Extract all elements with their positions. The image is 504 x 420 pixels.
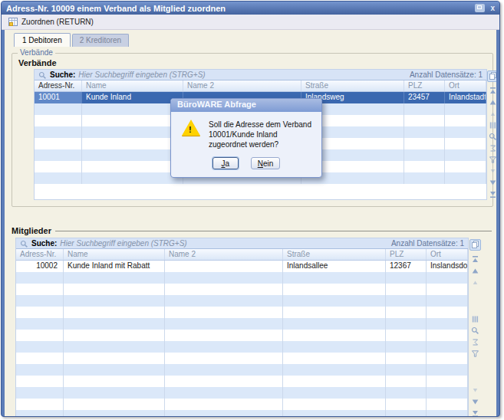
table-cell[interactable] — [404, 126, 445, 138]
table-row[interactable] — [16, 284, 468, 295]
table-cell[interactable] — [165, 307, 283, 318]
search-bar[interactable]: Suche:Hier Suchbegriff eingeben (STRG+S)… — [35, 70, 486, 80]
table-cell[interactable] — [445, 115, 486, 126]
arrow-up-small-icon[interactable] — [471, 278, 479, 287]
arrow-down-icon[interactable] — [489, 179, 496, 187]
table-cell[interactable] — [165, 261, 283, 272]
table-cell[interactable] — [165, 330, 283, 341]
arrow-down-small-icon[interactable] — [471, 386, 479, 395]
table-cell[interactable] — [35, 138, 82, 149]
table-cell[interactable] — [283, 387, 386, 399]
table-cell[interactable] — [16, 341, 64, 353]
table-row[interactable] — [16, 330, 468, 341]
table-cell[interactable] — [165, 376, 283, 387]
table-cell[interactable] — [82, 172, 183, 184]
table-cell[interactable] — [427, 399, 468, 410]
table-cell[interactable] — [427, 295, 468, 307]
table-cell[interactable] — [35, 115, 82, 126]
table-cell[interactable] — [283, 295, 386, 307]
scroll-bottom-icon[interactable] — [489, 190, 496, 199]
table-cell[interactable] — [165, 353, 283, 364]
table-cell[interactable] — [16, 353, 64, 364]
table-cell[interactable] — [427, 387, 468, 399]
table-cell[interactable] — [82, 161, 183, 172]
table-cell[interactable] — [445, 172, 486, 184]
table-row[interactable] — [16, 387, 468, 399]
column-header[interactable]: Name 2 — [165, 249, 283, 260]
sum-icon[interactable] — [471, 338, 479, 346]
table-cell[interactable] — [16, 295, 64, 307]
table-cell[interactable] — [427, 284, 468, 295]
restore-icon[interactable] — [475, 4, 485, 12]
table-cell[interactable]: Kunde Inland — [82, 92, 183, 103]
column-header[interactable]: Name — [82, 80, 183, 91]
table-cell[interactable] — [165, 341, 283, 353]
table-cell[interactable] — [386, 330, 427, 341]
table-cell[interactable] — [16, 364, 64, 376]
table-cell[interactable] — [404, 138, 445, 149]
arrow-down-small-icon[interactable] — [489, 167, 496, 176]
arrow-up-small-icon[interactable] — [489, 110, 496, 118]
table-cell[interactable] — [427, 353, 468, 364]
table-cell[interactable] — [386, 307, 427, 318]
arrow-up-icon[interactable] — [471, 267, 479, 275]
table-cell[interactable] — [35, 149, 82, 161]
table-cell[interactable] — [283, 399, 386, 410]
table-cell[interactable] — [64, 364, 165, 376]
table-cell[interactable]: 10002 — [16, 261, 64, 272]
table-cell[interactable] — [445, 161, 486, 172]
table-cell[interactable] — [16, 410, 64, 416]
table-cell[interactable] — [64, 410, 165, 416]
table-cell[interactable] — [165, 272, 283, 284]
tab-debitoren[interactable]: 1 Debitoren — [14, 33, 71, 47]
column-header[interactable]: Name — [64, 249, 165, 260]
table-cell[interactable] — [386, 387, 427, 399]
search-icon[interactable] — [471, 326, 479, 335]
table-cell[interactable] — [445, 126, 486, 138]
column-header[interactable]: Name 2 — [183, 80, 301, 91]
table-cell[interactable] — [283, 376, 386, 387]
table-cell[interactable] — [404, 161, 445, 172]
column-header[interactable]: Ort — [445, 80, 486, 91]
arrow-down-icon[interactable] — [471, 398, 479, 406]
table-cell[interactable] — [283, 364, 386, 376]
table-cell[interactable] — [35, 103, 82, 115]
table-cell[interactable] — [386, 376, 427, 387]
table-cell[interactable] — [16, 307, 64, 318]
table-cell[interactable]: 12367 — [386, 261, 427, 272]
table-cell[interactable] — [386, 295, 427, 307]
table-cell[interactable] — [283, 272, 386, 284]
table-row[interactable] — [16, 341, 468, 353]
table-cell[interactable] — [35, 172, 82, 184]
table-cell[interactable] — [445, 138, 486, 149]
table-cell[interactable] — [16, 387, 64, 399]
columns-icon[interactable] — [471, 315, 479, 323]
table-cell[interactable] — [64, 284, 165, 295]
dialog-button-nein[interactable]: Nein — [251, 157, 281, 169]
copy-icon[interactable] — [469, 239, 481, 251]
table-cell[interactable] — [427, 376, 468, 387]
table-cell[interactable] — [283, 341, 386, 353]
table-cell[interactable] — [64, 399, 165, 410]
table-row[interactable] — [16, 376, 468, 387]
table-cell[interactable] — [165, 364, 283, 376]
table-cell[interactable]: Inlandsallee — [283, 261, 386, 272]
table-cell[interactable] — [165, 318, 283, 330]
table-cell[interactable] — [64, 353, 165, 364]
table-row[interactable] — [16, 295, 468, 307]
table-cell[interactable]: Inlandstadt — [445, 92, 486, 103]
table-cell[interactable] — [16, 399, 64, 410]
table-cell[interactable] — [427, 410, 468, 416]
search-icon[interactable] — [489, 133, 496, 141]
table-cell[interactable] — [165, 387, 283, 399]
table-cell[interactable] — [283, 410, 386, 416]
table-cell[interactable] — [16, 376, 64, 387]
column-header[interactable]: Straße — [301, 80, 404, 91]
table-cell[interactable] — [445, 103, 486, 115]
table-cell[interactable] — [64, 295, 165, 307]
table-cell[interactable] — [386, 353, 427, 364]
table-cell[interactable] — [165, 284, 283, 295]
table-cell[interactable]: Kunde Inland mit Rabatt — [64, 261, 165, 272]
column-header[interactable]: Straße — [283, 249, 386, 260]
scroll-bottom-icon[interactable] — [471, 409, 479, 416]
